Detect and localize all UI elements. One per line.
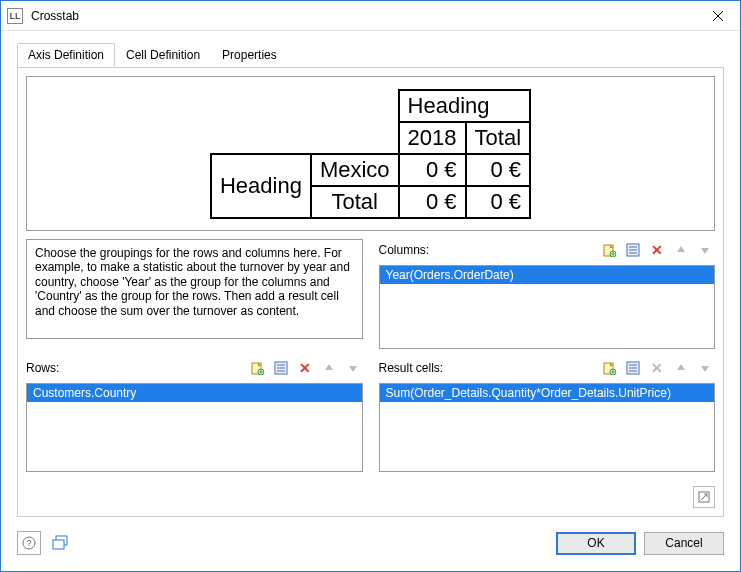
columns-edit-button[interactable] [623,240,643,260]
expand-wizard-button[interactable] [693,486,715,508]
rows-moveup-button[interactable] [319,358,339,378]
svg-text:?: ? [26,538,31,548]
result-delete-button[interactable]: ✕ [647,358,667,378]
preview-col-sample: 2018 [399,122,466,154]
svg-rect-30 [53,540,64,549]
columns-label: Columns: [379,243,596,257]
preview-col-total: Total [466,122,530,154]
result-listbox[interactable]: Sum(Order_Details.Quantity*Order_Details… [379,383,716,472]
result-cells-section: Result cells: ✕ [379,357,716,472]
new-file-icon [602,243,616,257]
properties-icon [274,361,288,375]
columns-listbox[interactable]: Year(Orders.OrderDate) [379,265,716,349]
new-file-icon [602,361,616,375]
dialog-crosstab: LL Crosstab Axis Definition Cell Definit… [0,0,741,572]
arrow-down-icon [347,362,359,374]
arrow-up-icon [323,362,335,374]
dialog-footer: ? OK Cancel [1,525,740,571]
rows-movedown-button[interactable] [343,358,363,378]
properties-icon [626,243,640,257]
rows-section: Rows: ✕ [26,357,363,472]
app-logo-icon: LL [7,8,23,24]
preview-cell-3: 0 € [399,186,466,218]
result-moveup-button[interactable] [671,358,691,378]
preview-cell-1: 0 € [399,154,466,186]
close-button[interactable] [698,2,738,30]
rows-label: Rows: [26,361,243,375]
dialog-content: Axis Definition Cell Definition Properti… [1,31,740,525]
new-file-icon [250,361,264,375]
help-button[interactable]: ? [17,531,41,555]
list-item[interactable]: Sum(Order_Details.Quantity*Order_Details… [380,384,715,402]
tab-panel-axis: Heading 2018 Total Heading Mexico 0 € 0 … [17,67,724,517]
titlebar: LL Crosstab [1,1,740,31]
tab-axis-definition[interactable]: Axis Definition [17,43,115,67]
tab-cell-definition[interactable]: Cell Definition [115,43,211,67]
layers-button[interactable] [49,531,73,555]
window-title: Crosstab [31,9,698,23]
arrow-up-icon [675,244,687,256]
windows-icon [52,535,70,551]
expand-icon [698,491,710,503]
list-item[interactable]: Year(Orders.OrderDate) [380,266,715,284]
arrow-down-icon [699,244,711,256]
result-edit-button[interactable] [623,358,643,378]
preview-row-heading: Heading [211,154,311,218]
arrow-down-icon [699,362,711,374]
columns-section: Columns: ✕ [379,239,716,349]
arrow-up-icon [675,362,687,374]
columns-moveup-button[interactable] [671,240,691,260]
preview-cell-2: 0 € [466,154,530,186]
columns-delete-button[interactable]: ✕ [647,240,667,260]
preview-row-total: Total [311,186,399,218]
help-text: Choose the groupings for the rows and co… [26,239,363,339]
tab-strip: Axis Definition Cell Definition Properti… [17,43,724,68]
preview-row-sample: Mexico [311,154,399,186]
rows-delete-button[interactable]: ✕ [295,358,315,378]
columns-new-button[interactable] [599,240,619,260]
close-icon [713,11,723,21]
preview-cell-4: 0 € [466,186,530,218]
tab-properties[interactable]: Properties [211,43,288,67]
list-item[interactable]: Customers.Country [27,384,362,402]
rows-listbox[interactable]: Customers.Country [26,383,363,472]
properties-icon [626,361,640,375]
preview-table: Heading 2018 Total Heading Mexico 0 € 0 … [210,89,531,219]
preview-col-heading: Heading [399,90,530,122]
crosstab-preview: Heading 2018 Total Heading Mexico 0 € 0 … [26,76,715,231]
result-new-button[interactable] [599,358,619,378]
columns-movedown-button[interactable] [695,240,715,260]
result-label: Result cells: [379,361,596,375]
rows-edit-button[interactable] [271,358,291,378]
ok-button[interactable]: OK [556,532,636,555]
rows-new-button[interactable] [247,358,267,378]
help-icon: ? [22,536,36,550]
result-movedown-button[interactable] [695,358,715,378]
cancel-button[interactable]: Cancel [644,532,724,555]
